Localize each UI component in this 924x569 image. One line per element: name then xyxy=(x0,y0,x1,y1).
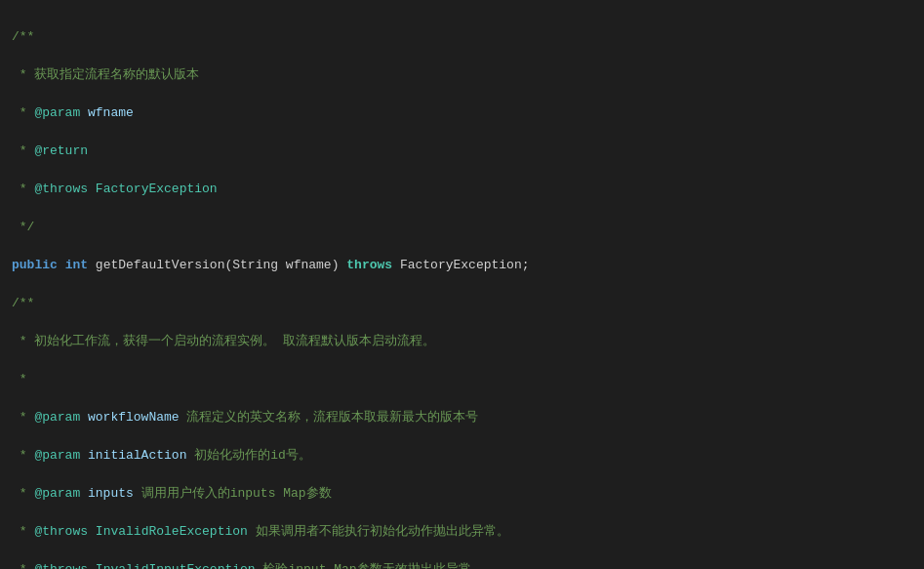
keyword-public: public xyxy=(12,258,58,272)
line-14: * @throws InvalidRoleException 如果调用者不能执行… xyxy=(12,522,912,542)
line-6: */ xyxy=(12,218,912,237)
line-11: * @param workflowName 流程定义的英文名称，流程版本取最新最… xyxy=(12,408,912,427)
comment: 初始化动作的id号。 xyxy=(186,448,310,463)
comment: 如果调用者不能执行初始化动作抛出此异常。 xyxy=(248,524,509,539)
line-2: * 获取指定流程名称的默认版本 xyxy=(12,65,912,85)
param-name: wfname xyxy=(88,105,134,120)
annotation: @param xyxy=(34,448,88,463)
comment: * xyxy=(12,524,34,539)
annotation: @param xyxy=(34,410,88,425)
comment: /** xyxy=(12,296,34,310)
comment: * xyxy=(12,105,34,120)
annotation: @param xyxy=(34,486,88,501)
annotation: @param xyxy=(34,105,88,120)
exception: InvalidRoleException xyxy=(96,524,248,539)
line-15: * @throws InvalidInputException 检验input … xyxy=(12,560,912,570)
keyword-int: int xyxy=(65,258,88,272)
comment: * xyxy=(12,448,34,463)
exception: FactoryException xyxy=(96,182,218,196)
comment: * 获取指定流程名称的默认版本 xyxy=(12,67,199,82)
normal: FactoryException; xyxy=(392,258,529,272)
param-name: workflowName xyxy=(88,410,180,425)
annotation: @throws xyxy=(34,524,95,539)
comment: * xyxy=(12,372,27,386)
throws-keyword: throws xyxy=(346,258,392,272)
line-1: /** xyxy=(12,27,912,47)
line-3: * @param wfname xyxy=(12,103,912,123)
exception: InvalidInputException xyxy=(96,562,256,570)
comment: * xyxy=(12,562,34,570)
line-7: public int getDefaultVersion(String wfna… xyxy=(12,256,912,275)
annotation: @throws xyxy=(34,562,95,570)
comment: 流程定义的英文名称，流程版本取最新最大的版本号 xyxy=(180,410,479,425)
line-5: * @throws FactoryException xyxy=(12,180,912,199)
annotation: @throws xyxy=(34,182,95,196)
param-name: initialAction xyxy=(88,448,186,463)
comment: * 初始化工作流，获得一个启动的流程实例。 取流程默认版本启动流程。 xyxy=(12,334,435,348)
line-8: /** xyxy=(12,294,912,313)
comment: * xyxy=(12,143,34,158)
annotation: @return xyxy=(34,143,88,158)
line-10: * xyxy=(12,370,912,389)
normal xyxy=(58,258,65,272)
comment: 检验input Map参数无效抛出此异常。 xyxy=(256,562,484,570)
line-9: * 初始化工作流，获得一个启动的流程实例。 取流程默认版本启动流程。 xyxy=(12,332,912,351)
line-4: * @return xyxy=(12,142,912,161)
line-12: * @param initialAction 初始化动作的id号。 xyxy=(12,446,912,466)
comment: * xyxy=(12,486,34,501)
comment: * xyxy=(12,410,34,425)
comment: * xyxy=(12,182,34,196)
comment: 调用用户传入的inputs Map参数 xyxy=(134,486,332,501)
param-name: inputs xyxy=(88,486,134,501)
normal: getDefaultVersion(String wfname) xyxy=(88,258,346,272)
comment: */ xyxy=(12,220,34,234)
comment: /** xyxy=(12,29,34,44)
code-viewer: /** * 获取指定流程名称的默认版本 * @param wfname * @r… xyxy=(12,8,912,569)
line-13: * @param inputs 调用用户传入的inputs Map参数 xyxy=(12,484,912,504)
